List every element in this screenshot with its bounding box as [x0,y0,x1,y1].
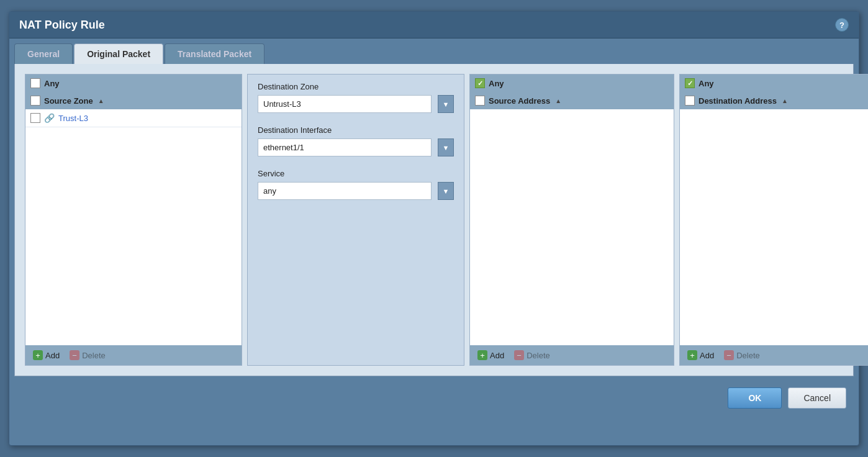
source-zone-any-checkbox[interactable] [30,78,40,88]
destination-address-sort-icon: ▲ [782,97,788,104]
destination-address-any-row: Any [680,75,868,92]
destination-address-footer: + Add − Delete [680,345,868,365]
destination-interface-label: Destination Interface [258,125,454,135]
service-dropdown-arrow: ▼ [438,182,454,200]
destination-address-add-label: Add [700,351,714,360]
tab-translated-packet[interactable]: Translated Packet [165,43,264,64]
destination-address-header: Destination Address ▲ [680,92,868,109]
source-zone-footer: + Add − Delete [25,345,242,365]
service-label: Service [258,169,454,178]
source-address-add-label: Add [490,351,504,360]
destination-zone-dropdown-arrow: ▼ [438,95,454,113]
destination-address-add-button[interactable]: + Add [685,349,717,361]
destination-zone-select-wrapper: Untrust-L3 ▼ [258,95,454,113]
source-zone-delete-button[interactable]: − Delete [67,349,108,361]
destination-address-header-checkbox[interactable] [685,96,695,106]
source-address-delete-label: Delete [527,351,550,360]
source-address-label: Source Address [489,96,550,106]
destination-address-any-label: Any [698,79,714,88]
delete-icon: − [724,350,734,360]
tab-general[interactable]: General [14,43,73,64]
dialog-title: NAT Policy Rule [19,19,105,32]
service-select[interactable]: any [258,182,432,200]
source-address-any-checkbox[interactable] [475,78,485,88]
destination-address-delete-label: Delete [736,351,760,360]
source-address-list [470,109,674,345]
service-field: Service any ▼ [258,169,454,200]
source-address-header-checkbox[interactable] [475,96,485,106]
source-zone-label: Source Zone [44,96,93,106]
destination-settings-panel: Destination Zone Untrust-L3 ▼ Destinatio… [247,74,464,366]
destination-address-panel: Any Destination Address ▲ + Add − [679,74,868,366]
source-address-panel: Any Source Address ▲ + Add − Delet [469,74,674,366]
trust-l3-label: Trust-L3 [58,114,88,123]
add-icon: + [33,350,43,360]
dialog-footer: OK Cancel [9,381,859,419]
source-zone-panel: Any Source Zone ▲ 🔗 Trust-L3 + [25,74,242,366]
source-address-delete-button[interactable]: − Delete [512,349,553,361]
destination-interface-select[interactable]: ethernet1/1 [258,138,432,156]
dialog-body: Any Source Zone ▲ 🔗 Trust-L3 + [14,64,854,376]
content-grid: Any Source Zone ▲ 🔗 Trust-L3 + [25,74,843,366]
source-zone-delete-label: Delete [82,351,106,360]
add-icon: + [687,350,697,360]
source-address-sort-icon: ▲ [555,97,561,104]
tab-original-packet[interactable]: Original Packet [74,43,163,64]
source-address-add-button[interactable]: + Add [475,349,507,361]
destination-address-list [680,109,868,345]
source-zone-any-row: Any [25,75,242,92]
destination-address-label: Destination Address [698,96,777,106]
dialog-header: NAT Policy Rule ? [9,12,859,38]
delete-icon: − [70,350,79,360]
destination-interface-select-wrapper: ethernet1/1 ▼ [258,138,454,156]
help-icon[interactable]: ? [835,18,849,32]
destination-zone-select[interactable]: Untrust-L3 [258,95,432,113]
source-zone-header: Source Zone ▲ [25,92,242,109]
nat-policy-rule-dialog: NAT Policy Rule ? General Original Packe… [9,11,859,446]
destination-address-any-checkbox[interactable] [685,78,695,88]
zone-icon: 🔗 [44,113,55,123]
source-zone-list: 🔗 Trust-L3 [25,109,242,345]
list-item[interactable]: 🔗 Trust-L3 [25,109,242,127]
destination-address-delete-button[interactable]: − Delete [721,349,762,361]
trust-l3-checkbox[interactable] [30,113,40,123]
destination-zone-field: Destination Zone Untrust-L3 ▼ [258,82,454,113]
source-address-footer: + Add − Delete [470,345,674,365]
destination-interface-dropdown-arrow: ▼ [438,138,454,156]
service-select-wrapper: any ▼ [258,182,454,200]
source-zone-sort-icon: ▲ [98,97,104,104]
source-address-any-label: Any [489,79,504,88]
source-zone-add-label: Add [45,351,60,360]
delete-icon: − [514,350,524,360]
destination-interface-field: Destination Interface ethernet1/1 ▼ [258,125,454,156]
source-zone-add-button[interactable]: + Add [30,349,62,361]
source-address-header: Source Address ▲ [470,92,674,109]
ok-button[interactable]: OK [728,387,782,409]
add-icon: + [477,350,487,360]
destination-zone-label: Destination Zone [258,82,454,91]
source-zone-any-label: Any [44,79,60,88]
source-zone-header-checkbox[interactable] [30,96,40,106]
source-address-any-row: Any [470,75,674,92]
tabs-bar: General Original Packet Translated Packe… [9,38,859,64]
cancel-button[interactable]: Cancel [788,387,846,409]
